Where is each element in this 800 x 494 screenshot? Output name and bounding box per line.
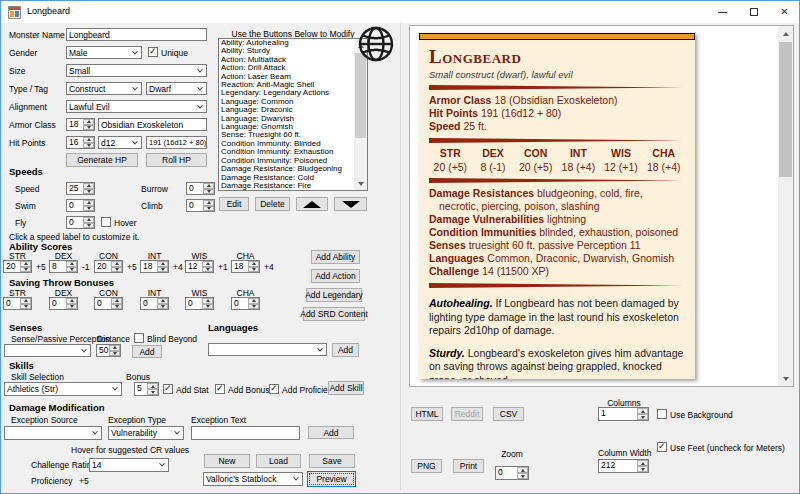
spin-down-icon[interactable] — [83, 143, 94, 149]
scroll-thumb[interactable] — [779, 42, 792, 177]
exception-type-select[interactable]: Vulnerability — [108, 426, 184, 440]
cha-stepper[interactable]: 18 — [231, 260, 260, 273]
wis-stepper[interactable]: 12 — [185, 260, 214, 273]
spin-down-icon[interactable] — [202, 304, 213, 310]
climb-stepper[interactable]: 0 — [186, 199, 215, 212]
challenge-rating-select[interactable]: 14 — [89, 458, 169, 472]
save-wis-stepper[interactable]: 0 — [185, 297, 214, 310]
str-stepper[interactable]: 20 — [3, 260, 32, 273]
exception-source-select[interactable] — [4, 426, 102, 440]
spin-down-icon[interactable] — [83, 206, 94, 212]
png-button[interactable]: PNG — [411, 459, 442, 473]
language-select[interactable] — [208, 343, 327, 356]
unique-checkbox[interactable] — [148, 47, 158, 57]
spin-down-icon[interactable] — [20, 304, 31, 310]
spin-down-icon[interactable] — [637, 466, 648, 472]
hit-dice-stepper[interactable]: 16 — [66, 136, 95, 149]
skill-select[interactable]: Athletics (Str) — [4, 382, 122, 396]
spin-down-icon[interactable] — [83, 223, 94, 229]
edit-button[interactable]: Edit — [219, 197, 249, 211]
add-language-button[interactable]: Add — [332, 343, 359, 357]
use-feet-checkbox[interactable] — [657, 442, 667, 452]
save-dex-stepper[interactable]: 0 — [49, 297, 78, 310]
scroll-up-icon[interactable] — [778, 26, 793, 41]
spin-down-icon[interactable] — [66, 267, 77, 273]
preview-scrollbar[interactable] — [778, 26, 793, 386]
add-ability-button[interactable]: Add Ability — [311, 250, 360, 264]
save-con-stepper[interactable]: 0 — [94, 297, 123, 310]
spin-down-icon[interactable] — [66, 304, 77, 310]
scroll-down-icon[interactable] — [778, 371, 793, 386]
generate-hp-button[interactable]: Generate HP — [66, 153, 138, 167]
use-background-checkbox[interactable] — [657, 409, 667, 419]
minimize-button[interactable] — [707, 1, 738, 23]
print-button[interactable]: Print — [453, 459, 484, 473]
save-int-stepper[interactable]: 0 — [140, 297, 169, 310]
add-sense-button[interactable]: Add — [132, 345, 162, 358]
add-legendary-button[interactable]: Add Legendary — [306, 288, 362, 302]
add-stat-checkbox[interactable] — [163, 384, 173, 394]
save-button[interactable]: Save — [309, 454, 355, 468]
column-width-stepper[interactable]: 212 — [598, 459, 649, 473]
add-action-button[interactable]: Add Action — [311, 269, 360, 283]
scroll-down-icon[interactable] — [354, 177, 367, 190]
roll-hp-button[interactable]: Roll HP — [146, 153, 207, 167]
globe-icon[interactable] — [357, 25, 395, 63]
burrow-stepper[interactable]: 0 — [186, 182, 215, 195]
statblock-style-select[interactable]: Valloric's Statblock — [203, 472, 303, 486]
add-srd-content-button[interactable]: Add SRD Content — [303, 307, 365, 321]
spin-down-icon[interactable] — [147, 389, 158, 395]
spin-down-icon[interactable] — [637, 414, 648, 420]
spin-down-icon[interactable] — [157, 304, 168, 310]
list-item[interactable]: Damage Resistance: Fire — [219, 182, 354, 190]
spin-down-icon[interactable] — [83, 189, 94, 195]
hp-text-input[interactable]: 191 (16d12 + 80) — [146, 136, 207, 149]
spin-down-icon[interactable] — [203, 189, 214, 195]
size-select[interactable]: Small — [66, 64, 207, 77]
int-stepper[interactable]: 18 — [140, 260, 169, 273]
spin-down-icon[interactable] — [157, 267, 168, 273]
spin-down-icon[interactable] — [203, 206, 214, 212]
armor-desc-input[interactable]: Obsidian Exoskeleton — [98, 118, 207, 131]
spin-down-icon[interactable] — [20, 267, 31, 273]
burrow-label[interactable]: Burrow — [141, 184, 168, 194]
swim-label[interactable]: Swim — [15, 201, 36, 211]
armor-class-stepper[interactable]: 18 — [66, 118, 95, 131]
distance-stepper[interactable]: 50 — [96, 344, 121, 357]
fly-label[interactable]: Fly — [15, 218, 26, 228]
move-up-button[interactable] — [296, 197, 328, 211]
blind-beyond-checkbox[interactable] — [134, 333, 144, 343]
gender-select[interactable]: Male — [66, 46, 142, 59]
delete-button[interactable]: Delete — [255, 197, 290, 211]
speed-stepper[interactable]: 25 — [66, 182, 95, 195]
hover-checkbox[interactable] — [101, 217, 111, 227]
spin-down-icon[interactable] — [111, 304, 122, 310]
zoom-stepper[interactable]: 0 — [495, 466, 529, 480]
skill-bonus-stepper[interactable]: 5 — [134, 382, 159, 396]
save-cha-stepper[interactable]: 0 — [231, 297, 260, 310]
spin-down-icon[interactable] — [111, 267, 122, 273]
csv-button[interactable]: CSV — [493, 407, 524, 421]
monster-name-input[interactable]: Longbeard — [66, 28, 207, 41]
scroll-thumb[interactable] — [355, 53, 366, 138]
con-stepper[interactable]: 20 — [94, 260, 123, 273]
move-down-button[interactable] — [334, 197, 367, 211]
modifier-listbox[interactable]: Ability: Autohealing Ability: Sturdy Act… — [218, 38, 368, 191]
add-skill-button[interactable]: Add Skill — [328, 381, 364, 395]
spin-down-icon[interactable] — [248, 267, 259, 273]
exception-text-input[interactable] — [191, 426, 300, 440]
spin-down-icon[interactable] — [83, 125, 94, 131]
spin-down-icon[interactable] — [109, 351, 120, 357]
sense-select[interactable] — [4, 344, 91, 357]
tag-select[interactable]: Dwarf — [146, 82, 207, 95]
add-proficiency-checkbox[interactable] — [269, 384, 279, 394]
spin-down-icon[interactable] — [517, 473, 528, 479]
load-button[interactable]: Load — [256, 454, 301, 468]
speed-label[interactable]: Speed — [15, 184, 40, 194]
columns-stepper[interactable]: 1 — [598, 407, 649, 421]
maximize-button[interactable] — [738, 1, 769, 23]
add-bonus-checkbox[interactable] — [215, 384, 225, 394]
preview-button[interactable]: Preview — [307, 471, 356, 487]
save-str-stepper[interactable]: 0 — [3, 297, 32, 310]
new-button[interactable]: New — [204, 454, 250, 468]
